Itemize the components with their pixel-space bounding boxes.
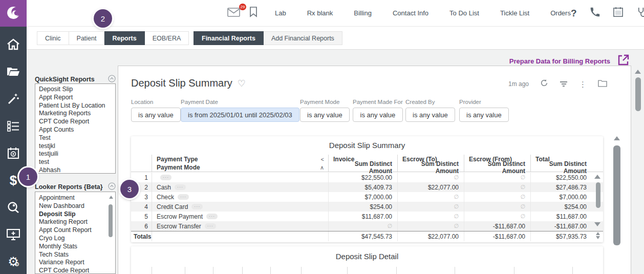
scrollbar-thumb[interactable] [613,145,620,245]
list-item-selected[interactable]: Deposit Slip [35,210,115,219]
list-item[interactable]: Cryo Log [35,235,115,243]
row-more-options[interactable]: ··· [160,175,171,180]
scrollbar-thumb[interactable] [596,182,600,208]
tasks-checklist-icon[interactable] [0,112,27,139]
list-item[interactable]: Monthly Stats [35,243,115,251]
mail-badge: 29 [239,4,246,10]
scroll-up-arrow[interactable] [109,196,113,199]
collapse-column-icon[interactable]: < [321,156,324,162]
filter-created-by: Created By is any value [405,99,455,122]
list-item[interactable]: CPT Code Report [35,118,115,126]
tab-eob-era[interactable]: EOB/ERA [145,31,189,45]
annotation-step-3: 3 [120,180,139,198]
stethoscope-icon[interactable] [636,7,644,19]
topbar-nav: Lab Rx blank Billing Contact Info To Do … [275,9,571,17]
scrollbar-thumb[interactable] [635,77,641,111]
looker-reports-header: Looker Reports {Beta} [35,182,116,192]
calendar-clipboard-icon[interactable] [613,7,624,19]
external-link-icon[interactable] [617,54,630,68]
row-more-options[interactable]: ··· [178,194,189,200]
bookmark-icon[interactable] [249,7,257,19]
list-item[interactable]: Tech Stats [35,251,115,259]
row-more-options[interactable]: ··· [191,204,203,209]
topbar-icons: ? ⚙⚙ [571,7,644,19]
audit-search-icon[interactable] [0,194,27,221]
list-item[interactable]: test [35,158,115,166]
filter-location-value[interactable]: is any value [131,108,181,122]
list-item[interactable]: Appointment [35,194,115,202]
calendar-billing-icon[interactable] [0,139,27,166]
tab-reports[interactable]: Reports [104,31,144,45]
filter-payment-made-for-value[interactable]: is any value [353,108,403,122]
list-item[interactable]: Test [35,134,115,142]
favorite-heart-icon[interactable]: ♡ [238,78,246,89]
tab-financial-reports[interactable]: Financial Reports [194,31,264,45]
list-item[interactable]: Marketing Report [35,218,115,226]
scroll-up-down-control[interactable] [596,232,600,239]
more-options-icon[interactable]: ⋮ [579,80,587,88]
list-item[interactable]: testjuili [35,150,115,158]
filter-payment-mode-value[interactable]: is any value [300,108,350,122]
mail-icon[interactable]: 29 [227,7,241,19]
folder-toolbar-icon[interactable] [598,79,607,89]
filter-provider-value[interactable]: is any value [459,108,509,122]
topbar-link-to-do-list[interactable]: To Do List [449,9,479,17]
monitor-add-icon[interactable] [0,221,27,248]
list-item[interactable]: testjkl [35,142,115,151]
scroll-up-arrow[interactable] [594,175,600,179]
filter-created-by-value[interactable]: is any value [405,108,455,122]
filter-payment-date-value[interactable]: is from 2025/01/01 until 2025/02/03 [181,108,299,122]
list-item[interactable]: Appt Count Report [35,226,115,235]
topbar-link-tickle-list[interactable]: Tickle List [500,9,529,17]
topbar-link-rx-blank[interactable]: Rx blank [307,9,333,17]
annotation-step-1: 1 [19,167,37,186]
list-item[interactable]: Marketing Reports [35,110,115,118]
help-icon[interactable]: ? [571,8,577,19]
scroll-up-arrow[interactable] [614,136,620,140]
row-more-options[interactable]: ··· [175,184,186,190]
scroll-up-arrow[interactable] [635,70,641,74]
filter-provider: Provider is any value [459,99,509,122]
primary-tabs: Clinic Patient Reports EOB/ERA [37,31,189,45]
list-item[interactable]: Patient List By Location [35,102,115,110]
topbar-link-contact-info[interactable]: Contact Info [393,9,428,17]
refresh-icon[interactable] [540,79,548,89]
filter-location: Location is any value [131,99,181,122]
collapse-chevron-icon[interactable] [108,182,116,192]
settings-gears-icon[interactable]: ⚙ ⚙ [0,248,27,274]
column-separator [301,267,302,274]
table-title: Deposit Slip Summary [131,141,603,150]
topbar-link-orders[interactable]: Orders [550,9,571,17]
topbar-link-billing[interactable]: Billing [354,9,372,17]
list-item[interactable]: Abhash [35,166,115,174]
list-item[interactable]: Appt Counts [35,126,115,134]
table-title: Deposit Slip Detail [131,252,603,261]
list-item[interactable]: New Dashboard [35,202,115,210]
magic-wand-icon[interactable] [0,85,27,112]
list-item[interactable]: Deposit Slip [35,86,115,94]
phone-icon[interactable] [590,7,600,19]
home-icon[interactable] [0,31,27,58]
scroll-down-arrow[interactable] [594,222,600,226]
prepare-data-link[interactable]: Prepare Data for Billing Reports [509,57,610,65]
tab-add-financial-reports[interactable]: Add Financial Reports [264,31,342,45]
list-item[interactable]: Variance Report [35,259,115,267]
list-item[interactable]: Appt Report [35,94,115,102]
column-separator [572,267,573,274]
row-more-options[interactable]: ··· [205,223,216,229]
table-row: 6 Escrow Transfer··· ∅ ∅ -$11,687.00 -$1… [131,221,603,231]
app-logo[interactable] [0,0,27,27]
tab-clinic[interactable]: Clinic [37,31,69,45]
tab-patient[interactable]: Patient [69,31,105,45]
scrollbar-thumb[interactable] [109,204,113,237]
folder-icon[interactable] [0,58,27,85]
filter-icon[interactable] [560,80,568,88]
topbar-link-lab[interactable]: Lab [275,9,286,17]
sort-ascending-icon[interactable]: ∧ [320,164,324,171]
column-separator [213,267,213,274]
table-row: 3 Check··· $7,000.00 ∅ ∅ $7,000.00 [131,192,603,202]
column-separator [152,267,152,274]
collapse-chevron-icon[interactable] [108,75,116,84]
row-more-options[interactable]: ··· [206,214,218,219]
list-item[interactable]: CPT Code Report [35,267,115,274]
